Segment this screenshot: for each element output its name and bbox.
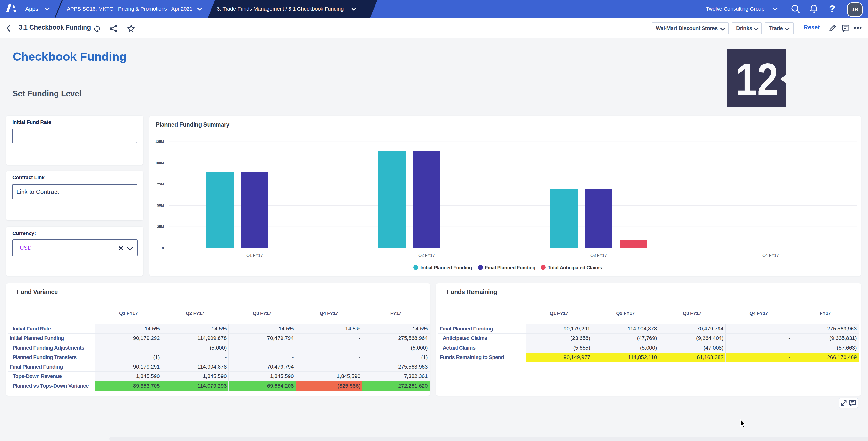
svg-text:Q4 FY17: Q4 FY17: [763, 253, 779, 258]
svg-text:125M: 125M: [155, 140, 164, 144]
svg-text:Q1 FY17: Q1 FY17: [246, 253, 263, 258]
svg-text:12: 12: [736, 54, 778, 105]
svg-text:0: 0: [162, 246, 164, 250]
svg-text:Total Anticipated Claims: Total Anticipated Claims: [548, 265, 602, 270]
svg-text:Final Planned Funding: Final Planned Funding: [485, 265, 535, 270]
svg-text:50M: 50M: [157, 203, 164, 207]
svg-text:75M: 75M: [157, 182, 164, 186]
svg-text:Q3 FY17: Q3 FY17: [590, 253, 607, 258]
svg-text:Q2 FY17: Q2 FY17: [418, 253, 435, 258]
svg-text:Initial Planned Funding: Initial Planned Funding: [420, 265, 472, 270]
svg-text:25M: 25M: [157, 225, 164, 229]
svg-text:100M: 100M: [155, 161, 164, 165]
